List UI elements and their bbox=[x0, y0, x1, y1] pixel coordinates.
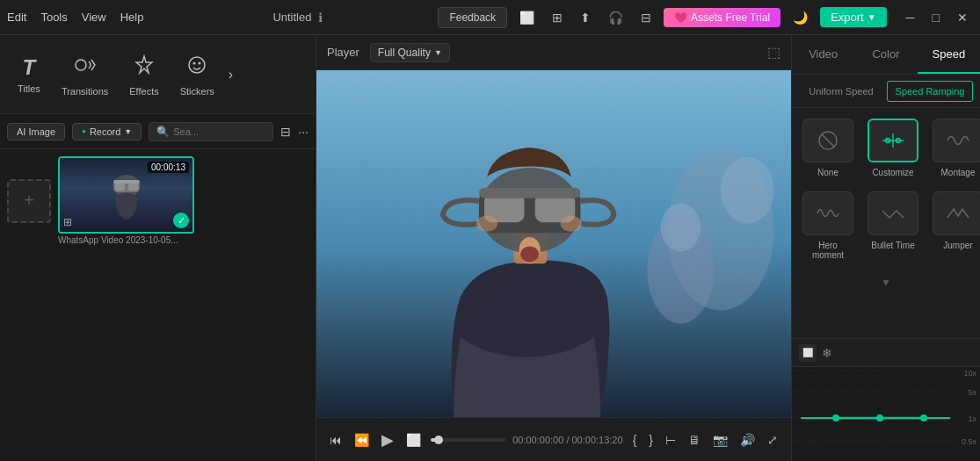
progress-bar[interactable] bbox=[431, 438, 505, 442]
snowflake-icon: ❄ bbox=[822, 346, 832, 360]
current-time-display: 00:00:00:00 / 00:00:13:20 bbox=[512, 435, 622, 445]
selected-check-icon: ✓ bbox=[173, 212, 189, 228]
add-media-button[interactable]: + bbox=[7, 179, 51, 223]
play-button[interactable]: ▶ bbox=[379, 428, 396, 452]
jumper-icon bbox=[942, 200, 974, 227]
assets-button[interactable]: 💗 Assets Free Trial bbox=[664, 8, 780, 27]
export-button[interactable]: Export ▼ bbox=[820, 7, 886, 27]
quality-label: Full Quality bbox=[378, 47, 431, 59]
minimize-button[interactable]: ─ bbox=[901, 9, 920, 26]
search-input[interactable] bbox=[173, 126, 265, 137]
step-back-button[interactable]: ⏪ bbox=[352, 430, 372, 450]
quality-dropdown-icon: ▼ bbox=[434, 48, 442, 57]
tab-speed[interactable]: Speed bbox=[918, 35, 980, 74]
maximize-button[interactable]: □ bbox=[927, 9, 945, 26]
assets-label: Assets Free Trial bbox=[691, 11, 770, 24]
search-bar[interactable]: 🔍 bbox=[149, 122, 273, 141]
speed-option-jumper[interactable]: Jumper bbox=[929, 188, 980, 263]
stickers-label: Stickers bbox=[180, 86, 214, 97]
screen-button[interactable]: 🖥 bbox=[686, 430, 703, 450]
speed-options-grid: None Customize bbox=[799, 115, 973, 263]
svg-point-2 bbox=[193, 61, 196, 64]
media-filename: WhatsApp Video 2023-10-05... bbox=[58, 235, 194, 245]
more-options-button[interactable]: ··· bbox=[298, 125, 309, 139]
monitor-icon[interactable]: ⬜ bbox=[514, 7, 540, 28]
svg-point-19 bbox=[520, 247, 539, 263]
player-label: Player bbox=[327, 46, 359, 59]
record-dropdown-icon: ▼ bbox=[124, 127, 132, 136]
divider-arrow-icon: ▼ bbox=[881, 277, 891, 289]
menu-bar: Edit Tools View Help bbox=[7, 11, 143, 24]
tab-color[interactable]: Color bbox=[854, 35, 917, 74]
scene-svg bbox=[316, 70, 791, 417]
filter-button[interactable]: ⊟ bbox=[280, 125, 291, 139]
feedback-button[interactable]: Feedback bbox=[438, 7, 507, 28]
none-icon-box bbox=[802, 119, 853, 162]
stickers-icon bbox=[185, 53, 209, 83]
toolbar-more-button[interactable]: › bbox=[225, 63, 236, 86]
search-icon: 🔍 bbox=[156, 126, 170, 138]
upload-icon[interactable]: ⬆ bbox=[575, 7, 596, 28]
grid-icon[interactable]: ⊟ bbox=[635, 7, 657, 28]
toolbar-transitions[interactable]: Transitions bbox=[51, 46, 119, 104]
hero-moment-label: Hero moment bbox=[802, 241, 853, 260]
speed-graph-svg bbox=[792, 367, 963, 455]
bullet-time-icon bbox=[877, 200, 909, 227]
svg-point-3 bbox=[199, 61, 201, 64]
menu-view[interactable]: View bbox=[82, 11, 106, 24]
customize-icon-box bbox=[867, 119, 918, 162]
montage-label: Montage bbox=[941, 168, 976, 177]
mark-in-button[interactable]: { bbox=[630, 430, 640, 450]
rewind-button[interactable]: ⏮ bbox=[327, 430, 345, 450]
stop-button[interactable]: ⬜ bbox=[403, 430, 424, 450]
headset-icon[interactable]: 🎧 bbox=[603, 7, 628, 28]
customize-label: Customize bbox=[872, 168, 913, 177]
speed-option-customize[interactable]: Customize bbox=[864, 115, 922, 181]
toolbar-titles[interactable]: T Titles bbox=[7, 48, 51, 101]
media-thumbnail[interactable]: 00:00:13 ⊞ ✓ bbox=[58, 156, 194, 234]
menu-help[interactable]: Help bbox=[120, 11, 144, 24]
freeze-frame-icon: ⬜ bbox=[799, 344, 817, 362]
toolbar: T Titles Transitions Effects Stickers bbox=[0, 35, 316, 114]
none-label: None bbox=[817, 168, 838, 177]
svg-point-11 bbox=[721, 157, 774, 224]
speed-option-bullet-time[interactable]: Bullet Time bbox=[864, 188, 922, 263]
mark-out-button[interactable]: } bbox=[646, 430, 656, 450]
speed-option-hero-moment[interactable]: Hero moment bbox=[799, 188, 857, 263]
fullscreen-icon[interactable]: ⬚ bbox=[767, 45, 780, 60]
titles-label: Titles bbox=[18, 83, 40, 94]
uniform-speed-button[interactable]: Uniform Speed bbox=[799, 82, 883, 101]
customize-icon bbox=[877, 127, 909, 154]
ai-image-button[interactable]: AI Image bbox=[7, 123, 65, 140]
export-label: Export bbox=[831, 11, 864, 24]
speed-option-montage[interactable]: Montage bbox=[929, 115, 980, 181]
current-time: 00:00:00:00 bbox=[512, 435, 563, 445]
heart-icon: 💗 bbox=[674, 11, 687, 24]
toolbar-stickers[interactable]: Stickers bbox=[170, 46, 225, 104]
fit-button[interactable]: ⤢ bbox=[765, 430, 780, 450]
none-icon bbox=[812, 127, 844, 154]
split-button[interactable]: ⊢ bbox=[663, 430, 679, 450]
record-button[interactable]: ● Record ▼ bbox=[72, 123, 142, 140]
quality-selector[interactable]: Full Quality ▼ bbox=[370, 43, 450, 62]
speed-graph-area: ⬜ ❄ 10x 5x 1x 0.5x bbox=[792, 338, 980, 461]
svg-line-25 bbox=[822, 134, 834, 147]
menu-tools[interactable]: Tools bbox=[40, 11, 67, 24]
video-frame bbox=[316, 70, 791, 417]
close-button[interactable]: ✕ bbox=[952, 9, 973, 26]
title-center: Untitled ℹ bbox=[157, 11, 438, 25]
list-item[interactable]: 00:00:13 ⊞ ✓ WhatsApp Video 2023-10-05..… bbox=[58, 156, 194, 245]
speed-option-none[interactable]: None bbox=[799, 115, 857, 181]
moon-icon[interactable]: 🌙 bbox=[788, 7, 813, 28]
layout-icon[interactable]: ⊞ bbox=[547, 7, 568, 28]
window-controls: ─ □ ✕ bbox=[901, 9, 973, 26]
video-preview bbox=[316, 70, 791, 417]
toolbar-effects[interactable]: Effects bbox=[119, 46, 169, 104]
title-bar-right: Feedback ⬜ ⊞ ⬆ 🎧 ⊟ 💗 Assets Free Trial 🌙… bbox=[438, 7, 973, 28]
audio-button[interactable]: 🔊 bbox=[737, 430, 758, 450]
menu-edit[interactable]: Edit bbox=[7, 11, 26, 24]
camera-button[interactable]: 📷 bbox=[710, 430, 730, 450]
speed-ramping-button[interactable]: Speed Ramping bbox=[887, 81, 973, 102]
tab-video[interactable]: Video bbox=[792, 35, 854, 74]
hero-moment-icon-box bbox=[802, 191, 853, 235]
